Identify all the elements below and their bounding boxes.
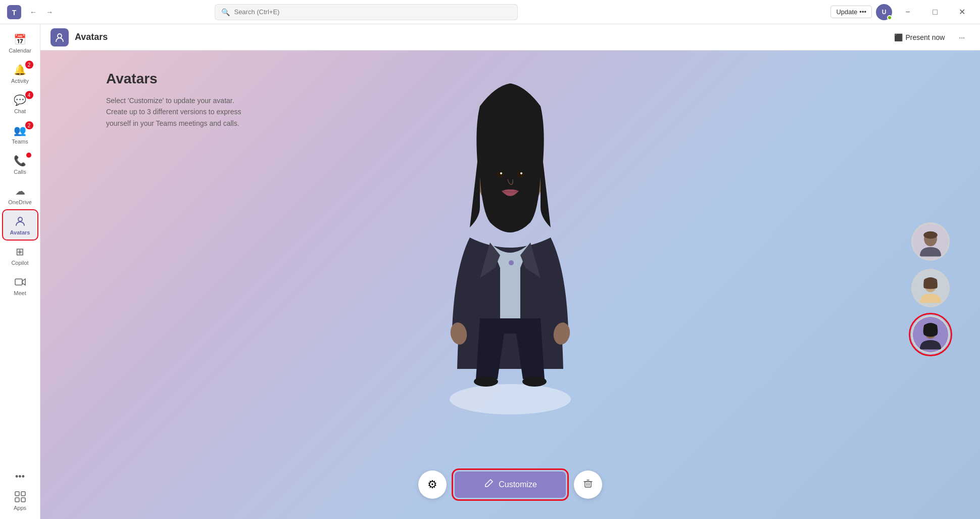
settings-icon: ⚙ [427, 478, 437, 491]
svg-point-9 [450, 384, 571, 414]
delete-button[interactable] [574, 470, 602, 499]
search-bar[interactable]: 🔍 [215, 4, 518, 20]
calls-icon: 📞 [13, 154, 27, 168]
svg-point-16 [516, 171, 524, 177]
svg-rect-3 [15, 279, 22, 285]
sidebar-item-meet[interactable]: Meet [3, 271, 37, 300]
more-options-icon: ••• [15, 471, 25, 482]
forward-button[interactable]: → [42, 5, 57, 19]
page-header-right: ⬛ Present now ··· [889, 30, 970, 44]
user-avatar[interactable]: U [876, 4, 892, 20]
teams-logo: T [6, 4, 22, 20]
sidebar-item-label: Avatars [10, 229, 30, 235]
calls-badge [26, 153, 31, 158]
sidebar-item-onedrive[interactable]: ☁ OneDrive [3, 180, 37, 209]
svg-point-19 [509, 260, 514, 265]
meet-icon [13, 275, 27, 289]
sidebar-item-apps[interactable]: Apps [3, 486, 37, 515]
maximize-button[interactable]: □ [923, 4, 947, 20]
svg-point-24 [923, 231, 938, 239]
svg-rect-10 [500, 265, 520, 326]
title-bar-right: Update ••• U − □ ✕ [830, 4, 974, 20]
svg-point-18 [520, 172, 522, 174]
title-bar: T ← → 🔍 Update ••• U − □ ✕ [0, 0, 980, 24]
nav-buttons: ← → [26, 5, 57, 19]
apps-icon [13, 490, 27, 504]
avatar-controls: ⚙ Customize [418, 470, 602, 499]
customize-pencil-icon [483, 479, 494, 491]
teams-badge: 2 [25, 121, 33, 129]
activity-badge: 2 [25, 61, 33, 69]
avatar-thumb-1-inner [913, 224, 948, 259]
sidebar: 📅 Calendar 2 🔔 Activity 4 💬 Chat 2 👥 Tea… [0, 24, 40, 519]
sidebar-item-label: Calls [14, 169, 26, 175]
present-now-button[interactable]: ⬛ Present now [889, 30, 950, 44]
sidebar-more-button[interactable]: ••• [3, 468, 37, 485]
app-body: 📅 Calendar 2 🔔 Activity 4 💬 Chat 2 👥 Tea… [0, 24, 980, 519]
avatar-thumb-2-inner [913, 270, 948, 306]
back-button[interactable]: ← [26, 5, 40, 19]
sidebar-item-label: Chat [14, 108, 26, 114]
sidebar-item-avatars[interactable]: Avatars [3, 210, 37, 240]
customize-button[interactable]: Customize [455, 471, 566, 498]
svg-rect-5 [21, 492, 25, 496]
avatar-description: Select 'Customize' to update your avatar… [106, 95, 241, 129]
svg-rect-7 [21, 498, 25, 502]
avatar-thumb-3[interactable] [911, 315, 950, 354]
sidebar-item-copilot[interactable]: ⊞ Copilot [3, 241, 37, 270]
sidebar-item-label: Teams [12, 138, 28, 145]
update-button[interactable]: Update ••• [830, 6, 872, 18]
sidebar-item-chat[interactable]: 4 💬 Chat [3, 89, 37, 118]
avatar-figure [429, 76, 591, 419]
avatar-settings-button[interactable]: ⚙ [418, 470, 447, 499]
page-icon [51, 28, 69, 46]
more-icon: ••• [859, 8, 866, 16]
svg-rect-4 [15, 492, 19, 496]
svg-rect-6 [15, 498, 19, 502]
svg-point-2 [18, 217, 22, 221]
sidebar-item-label: Copilot [11, 260, 28, 266]
close-button[interactable]: ✕ [951, 4, 974, 20]
page-header: Avatars ⬛ Present now ··· [40, 24, 980, 51]
search-input[interactable] [234, 8, 511, 16]
avatar-thumb-1[interactable] [911, 222, 950, 261]
avatar-thumb-2[interactable] [911, 269, 950, 307]
copilot-icon: ⊞ [13, 245, 27, 259]
sidebar-item-teams[interactable]: 2 👥 Teams [3, 119, 37, 149]
svg-point-20 [474, 376, 498, 387]
sidebar-item-label: Calendar [9, 48, 31, 54]
status-dot [887, 15, 892, 20]
avatar-thumbnails [911, 222, 950, 354]
svg-point-8 [58, 34, 62, 38]
sidebar-item-activity[interactable]: 2 🔔 Activity [3, 59, 37, 88]
search-icon: 🔍 [221, 8, 230, 16]
minimize-button[interactable]: − [896, 4, 919, 20]
page-title: Avatars [75, 32, 108, 42]
chat-badge: 4 [25, 91, 33, 99]
sidebar-item-label: Activity [11, 78, 29, 84]
avatar-info: Avatars Select 'Customize' to update you… [106, 71, 241, 129]
main-content: Avatars ⬛ Present now ··· Avatars Select… [40, 24, 980, 519]
avatar-thumb-3-inner [913, 317, 948, 352]
sidebar-item-calendar[interactable]: 📅 Calendar [3, 28, 37, 58]
svg-rect-29 [585, 482, 591, 487]
avatar-nav-icon [13, 214, 27, 228]
sidebar-item-label: Apps [14, 505, 26, 511]
svg-point-17 [500, 172, 502, 174]
onedrive-icon: ☁ [13, 184, 27, 198]
svg-point-15 [496, 171, 504, 177]
sidebar-item-label: Meet [14, 290, 26, 296]
calendar-icon: 📅 [13, 32, 27, 46]
avatars-title: Avatars [106, 71, 241, 87]
sidebar-item-calls[interactable]: 📞 Calls [3, 150, 37, 179]
svg-point-21 [522, 376, 547, 387]
present-icon: ⬛ [894, 33, 903, 41]
svg-text:T: T [12, 9, 17, 17]
avatar-canvas: Avatars Select 'Customize' to update you… [40, 51, 980, 519]
sidebar-item-label: OneDrive [8, 199, 31, 205]
header-more-button[interactable]: ··· [954, 30, 970, 44]
trash-icon [583, 479, 593, 491]
